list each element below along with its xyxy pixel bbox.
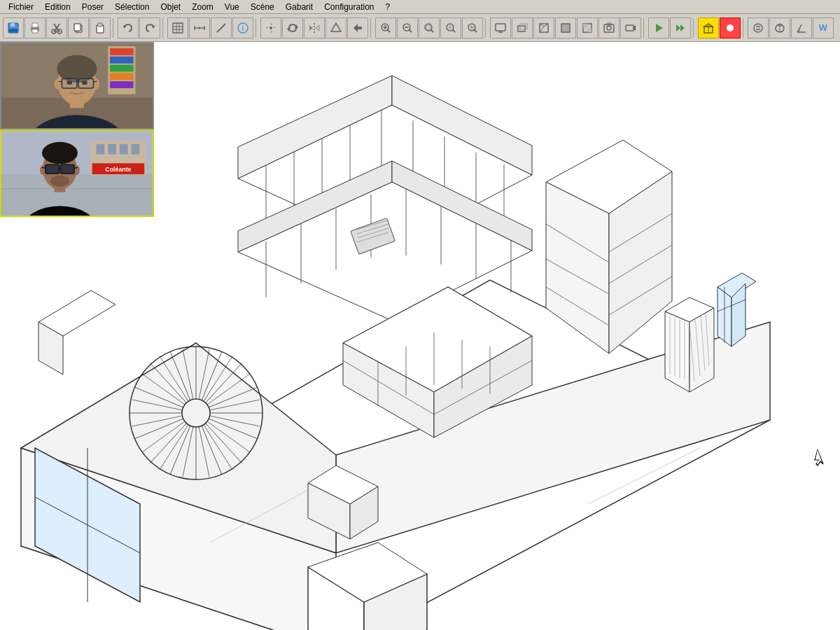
grid-button[interactable] (167, 18, 188, 38)
rotate-button[interactable] (282, 18, 303, 38)
menu-selection[interactable]: Sélection (109, 1, 155, 13)
render-button[interactable] (598, 18, 620, 38)
svg-rect-243 (60, 164, 74, 174)
svg-rect-69 (587, 28, 592, 32)
svg-rect-2 (9, 29, 18, 32)
sep3 (255, 18, 258, 38)
zoom-cross-button[interactable] (440, 18, 461, 38)
mirror-button[interactable] (304, 18, 325, 38)
svg-rect-57 (496, 24, 505, 31)
menu-bar: Fichier Edition Poser Sélection Objet Zo… (0, 0, 840, 14)
svg-line-51 (453, 29, 456, 32)
svg-line-25 (217, 24, 225, 32)
line-button[interactable] (211, 18, 232, 38)
measure-button[interactable] (189, 18, 210, 38)
svg-marker-76 (676, 24, 680, 31)
svg-marker-15 (151, 25, 155, 28)
svg-rect-11 (74, 24, 80, 31)
shape-button[interactable] (326, 18, 346, 38)
play-button[interactable] (648, 18, 669, 38)
view-box-button[interactable] (512, 18, 533, 38)
zoom-window-button[interactable] (419, 18, 440, 38)
move-button[interactable] (260, 18, 281, 38)
sep1 (113, 18, 115, 38)
snap-button[interactable] (769, 18, 790, 38)
menu-zoom[interactable]: Zoom (186, 1, 219, 13)
svg-point-224 (66, 80, 72, 85)
svg-marker-14 (122, 25, 127, 28)
svg-point-240 (40, 165, 46, 175)
svg-marker-38 (331, 23, 341, 31)
svg-line-41 (388, 29, 391, 32)
menu-objet[interactable]: Objet (155, 1, 186, 13)
video-panel-2[interactable]: Coléante (0, 130, 154, 217)
menu-poser[interactable]: Poser (76, 1, 109, 13)
redo-button[interactable] (139, 18, 160, 38)
svg-rect-5 (32, 29, 38, 33)
info-button[interactable]: i (232, 18, 253, 38)
sep6 (643, 18, 646, 38)
svg-rect-242 (46, 164, 59, 174)
save-button[interactable] (3, 18, 24, 38)
svg-rect-210 (110, 65, 133, 72)
zoom-all-button[interactable]: E (462, 18, 483, 38)
menu-vue[interactable]: Vue (219, 1, 245, 13)
svg-point-247 (50, 176, 69, 187)
cut-button[interactable] (46, 18, 67, 38)
object3d-button[interactable] (698, 18, 719, 38)
menu-gabarit[interactable]: Gabarit (280, 1, 318, 13)
svg-rect-16 (173, 23, 183, 33)
screen-button[interactable] (490, 18, 511, 38)
texture-button[interactable] (577, 18, 598, 38)
arrow-back-button[interactable] (347, 18, 368, 38)
svg-point-241 (74, 165, 80, 175)
svg-rect-209 (110, 57, 133, 64)
svg-marker-39 (354, 24, 362, 32)
solid-button[interactable] (555, 18, 576, 38)
menu-fichier[interactable]: Fichier (3, 1, 39, 13)
svg-rect-231 (108, 144, 116, 155)
wireframe-button[interactable] (533, 18, 554, 38)
svg-rect-73 (626, 25, 634, 31)
svg-rect-233 (132, 144, 140, 155)
svg-rect-208 (110, 48, 133, 55)
svg-rect-230 (96, 144, 104, 155)
svg-line-48 (431, 29, 434, 32)
settings-arrow-button[interactable] (748, 18, 769, 38)
menu-help[interactable]: ? (380, 1, 396, 13)
zoom-in-button[interactable] (375, 18, 396, 38)
paste-button[interactable] (90, 18, 111, 38)
record-button[interactable] (720, 18, 741, 38)
svg-rect-232 (120, 144, 128, 155)
svg-rect-1 (10, 23, 15, 27)
svg-line-223 (94, 81, 97, 82)
print-button[interactable] (24, 18, 46, 38)
w-label-button[interactable]: W (813, 18, 834, 38)
svg-rect-60 (518, 26, 525, 31)
menu-scene[interactable]: Scène (245, 1, 280, 13)
svg-line-45 (410, 29, 412, 32)
video-panel-1[interactable] (0, 42, 154, 130)
menu-edition[interactable]: Edition (39, 1, 76, 13)
svg-text:E: E (470, 24, 474, 31)
sep8 (743, 18, 746, 38)
svg-point-217 (55, 78, 62, 90)
angle-button[interactable] (791, 18, 812, 38)
svg-rect-66 (561, 24, 570, 32)
svg-line-245 (42, 167, 46, 168)
fastforward-button[interactable] (670, 18, 691, 38)
menu-configuration[interactable]: Configuration (318, 1, 379, 13)
svg-point-239 (42, 142, 78, 164)
camera-video-button[interactable] (620, 18, 641, 38)
svg-rect-212 (110, 81, 133, 88)
undo-button[interactable] (118, 18, 139, 38)
svg-rect-68 (583, 24, 587, 28)
zoom-out-button[interactable] (397, 18, 418, 38)
toolbar: i E (0, 14, 840, 42)
copy-local-button[interactable] (68, 18, 89, 38)
svg-point-71 (607, 26, 611, 30)
sep2 (162, 18, 165, 38)
svg-line-222 (58, 81, 62, 82)
svg-line-55 (475, 29, 477, 32)
svg-rect-49 (426, 25, 430, 29)
